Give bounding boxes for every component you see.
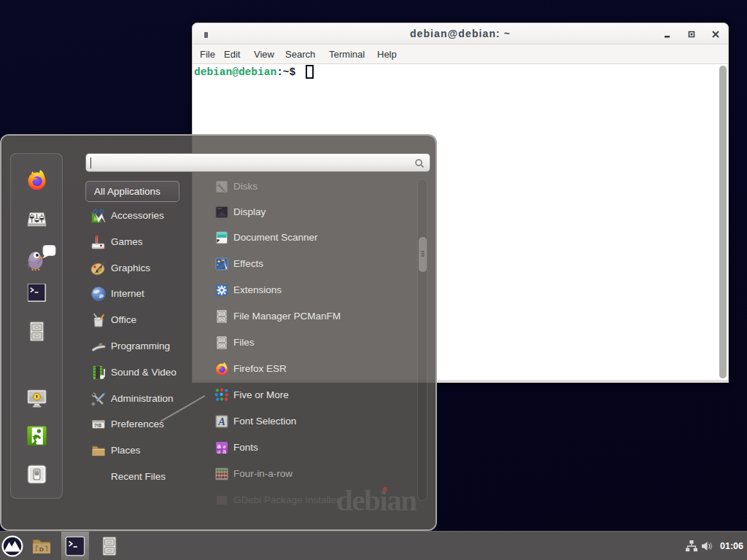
svg-text:A: A xyxy=(217,416,225,427)
svg-text:a: a xyxy=(222,448,226,456)
svg-text:?!0: ?!0 xyxy=(94,423,101,428)
svg-text:a: a xyxy=(217,448,220,455)
svg-text:D: D xyxy=(39,546,44,553)
